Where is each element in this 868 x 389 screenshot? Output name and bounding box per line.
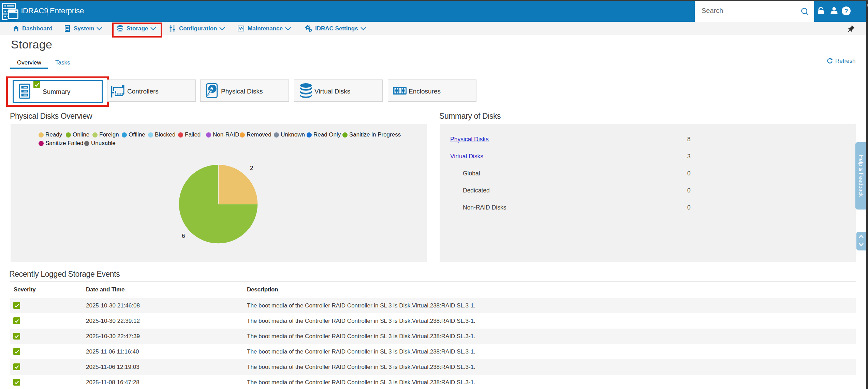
svg-text:?: ? [844,8,848,15]
